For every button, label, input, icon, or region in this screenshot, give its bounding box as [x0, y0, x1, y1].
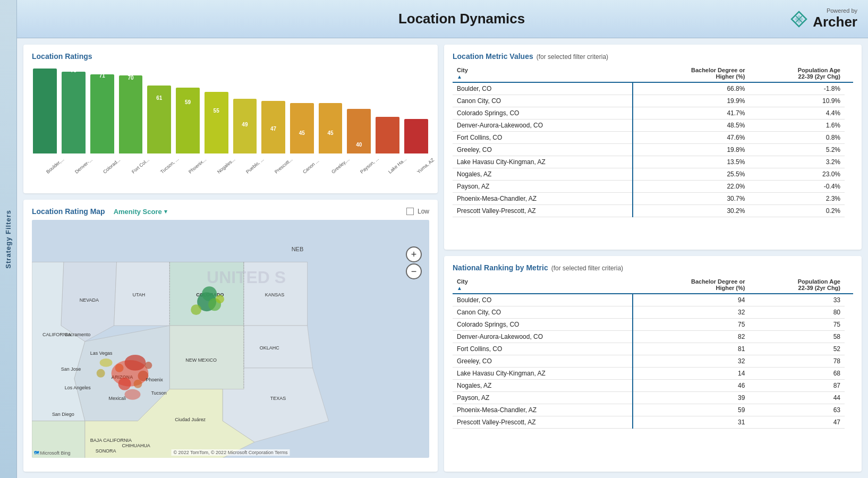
ranking-bachelor-2: 75: [633, 318, 749, 330]
ranking-row-5: Greeley, CO 32 78: [453, 355, 853, 367]
bar-rect-13: [404, 119, 428, 153]
chevron-down-icon: ▾: [164, 208, 167, 215]
bar-label-0: Boulder,...: [45, 157, 65, 175]
zoom-in-button[interactable]: +: [406, 246, 422, 262]
metric-city-4: Fort Collins, CO: [453, 132, 633, 144]
ranking-pop-7: 87: [749, 379, 845, 391]
ranking-table-scroll[interactable]: City ▲ Bachelor Degree or Higher (%) Pop…: [453, 276, 853, 464]
ranking-row-4: Fort Collins, CO 81 52: [453, 343, 853, 355]
strategy-filters-sidebar[interactable]: Strategy Filters: [0, 0, 17, 478]
ranking-city-3: Denver-Aurora-Lakewood, CO: [453, 330, 633, 343]
mexicali-label: Mexicali: [109, 396, 126, 401]
bar-group-9: 45Canon ...: [288, 103, 315, 153]
metric-table-scroll[interactable]: City ▲ Bachelor Degree or Higher (%) Pop…: [453, 65, 853, 242]
ranking-city-8: Payson, AZ: [453, 391, 633, 404]
ranking-city-5: Greeley, CO: [453, 355, 633, 367]
losangeles-label: Los Angeles: [65, 385, 91, 390]
bing-text: Microsoft Bing: [40, 450, 71, 456]
tucson-label: Tucson: [151, 390, 166, 396]
svg-point-28: [144, 362, 152, 369]
bar-label-9: Canon ...: [302, 158, 320, 175]
ranking-row-6: Lake Havasu City-Kingman, AZ 14 68: [453, 367, 853, 379]
bar-rect-2: [90, 74, 114, 153]
metric-row-8: Payson, AZ 22.0% -0.4%: [453, 181, 853, 193]
left-panel: Location Ratings 76Boulder,...73Denver-.…: [23, 45, 438, 472]
metric-bachelor-10: 30.2%: [633, 205, 749, 217]
metric-bachelor-0: 66.8%: [633, 82, 749, 95]
ranking-city-9: Phoenix-Mesa-Chandler, AZ: [453, 404, 633, 416]
bar-group-1: 73Denver-...: [61, 72, 87, 153]
metric-bachelor-5: 19.8%: [633, 144, 749, 156]
metric-col2-header: Bachelor Degree or Higher (%): [633, 65, 749, 82]
metric-city-1: Canon City, CO: [453, 95, 633, 107]
ranking-pop-4: 52: [749, 343, 845, 355]
ranking-bachelor-3: 82: [633, 330, 749, 343]
bar-chart: 76Boulder,...73Denver-...71Colorad...70F…: [32, 66, 429, 183]
ranking-row-0: Boulder, CO 94 33: [453, 294, 853, 306]
svg-point-31: [97, 369, 105, 378]
zoom-controls: + −: [406, 246, 422, 279]
metric-row-2: Colorado Springs, CO 41.7% 4.4%: [453, 107, 853, 120]
metric-row-9: Phoenix-Mesa-Chandler, AZ 30.7% 2.3%: [453, 193, 853, 205]
sanjose-label: San Jose: [61, 366, 81, 372]
metric-pop-2: 4.4%: [749, 107, 845, 120]
ranking-row-8: Payson, AZ 39 44: [453, 391, 853, 404]
ranking-city-7: Nogales, AZ: [453, 379, 633, 391]
body-area: Location Ratings 76Boulder,...73Denver-.…: [17, 38, 868, 478]
metric-row-5: Greeley, CO 19.8% 5.2%: [453, 144, 853, 156]
bar-value-0: 76: [42, 61, 48, 67]
bar-group-5: 59Phoenix...: [175, 88, 201, 153]
map-container[interactable]: NEVADA UTAH COLORADO KANSAS OKLAHC: [32, 220, 429, 458]
map-header: Location Rating Map Amenity Score ▾ Low: [32, 207, 429, 216]
ranking-pop-6: 68: [749, 367, 845, 379]
zoom-out-button[interactable]: −: [406, 263, 422, 279]
ranking-bachelor-0: 94: [633, 294, 749, 306]
bar-value-5: 59: [185, 99, 191, 105]
sandiego-label: San Diego: [52, 412, 74, 417]
low-checkbox[interactable]: [406, 208, 414, 215]
bar-group-2: 71Colorad...: [89, 74, 115, 153]
metric-row-7: Nogales, AZ 25.5% 23.0%: [453, 168, 853, 181]
metric-col1-header: City ▲: [453, 65, 633, 82]
ranking-city-1: Canon City, CO: [453, 306, 633, 318]
sort-arrow-icon: ▲: [457, 74, 462, 80]
bar-value-10: 45: [327, 130, 333, 136]
metric-table-body: Boulder, CO 66.8% -1.8% Canon City, CO 1…: [453, 82, 853, 217]
map-svg: NEVADA UTAH COLORADO KANSAS OKLAHC: [32, 220, 429, 458]
metric-pop-0: -1.8%: [749, 82, 845, 95]
bar-label-8: Prescott...: [274, 157, 293, 175]
bar-rect-12: [376, 117, 399, 153]
bar-rect-1: [62, 72, 86, 153]
ranking-row-2: Colorado Springs, CO 75 75: [453, 318, 853, 330]
map-card: Location Rating Map Amenity Score ▾ Low: [23, 200, 438, 472]
ranking-pop-2: 75: [749, 318, 845, 330]
svg-point-26: [115, 364, 124, 372]
bar-group-12: 33Lake Ha...: [375, 117, 401, 153]
ranking-title: National Ranking by Metric: [453, 263, 548, 272]
metric-pop-3: 1.6%: [749, 120, 845, 132]
bar-value-1: 73: [71, 67, 76, 73]
metric-bachelor-4: 47.6%: [633, 132, 749, 144]
metric-table: City ▲ Bachelor Degree or Higher (%) Pop…: [453, 65, 853, 217]
bar-rect-0: [33, 69, 57, 153]
us-watermark: UNITED S: [207, 268, 286, 287]
metric-city-2: Colorado Springs, CO: [453, 107, 633, 120]
metric-title: Location Metric Values: [453, 52, 533, 61]
bar-group-10: 45Greeley,...: [317, 103, 344, 153]
main-content: Location Dynamics Powered by Archer Loca…: [17, 0, 868, 478]
metric-col3-header: Population Age 22-39 (2yr Chg): [749, 65, 845, 82]
page-title: Location Dynamics: [134, 11, 789, 27]
svg-point-29: [125, 389, 141, 400]
phoenix-label: Phoenix: [146, 377, 163, 382]
metric-pop-10: 0.2%: [749, 205, 845, 217]
metric-city-8: Payson, AZ: [453, 181, 633, 193]
metric-row-0: Boulder, CO 66.8% -1.8%: [453, 82, 853, 95]
ranking-sort-arrow-icon: ▲: [457, 285, 462, 291]
map-dropdown[interactable]: Amenity Score ▾: [114, 208, 167, 216]
microsoft-bing-text: 🗺: [34, 450, 40, 456]
svg-point-24: [118, 378, 131, 390]
ranking-bachelor-10: 31: [633, 416, 749, 428]
bar-rect-10: [319, 103, 343, 153]
bar-value-8: 47: [270, 126, 276, 132]
metric-bachelor-1: 19.9%: [633, 95, 749, 107]
